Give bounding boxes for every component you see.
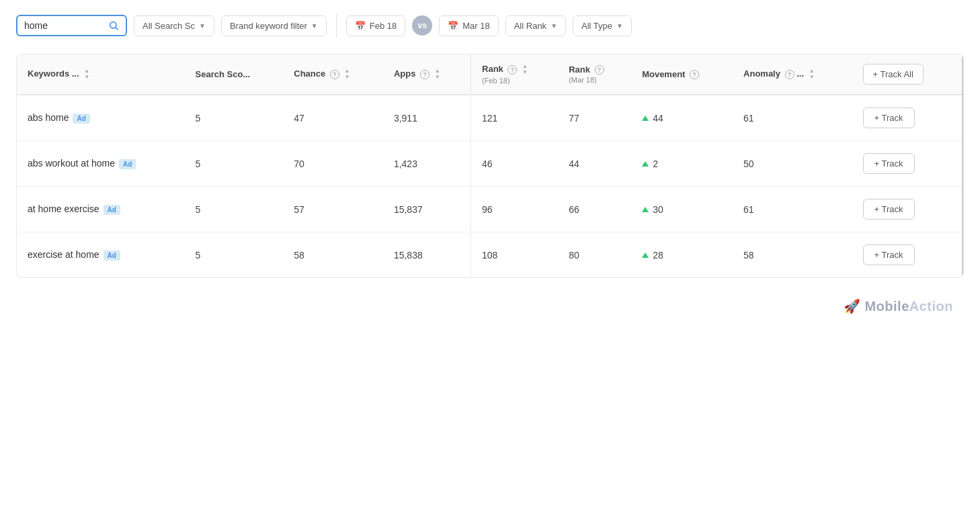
keyword-cell: at home exerciseAd (17, 187, 185, 232)
track-button[interactable]: + Track (863, 199, 915, 220)
movement-cell: 28 (631, 232, 733, 278)
chance-cell: 70 (283, 141, 383, 187)
track-all-button[interactable]: + Track All (863, 64, 924, 85)
chance-info-icon[interactable]: ? (330, 70, 339, 79)
anomaly-info-icon[interactable]: ? (785, 70, 794, 79)
apps-info-icon[interactable]: ? (420, 70, 430, 79)
chevron-down-icon: ▼ (616, 22, 623, 30)
table-row: abs workout at homeAd5701,4234644 2 50 +… (17, 141, 963, 187)
track-cell: + Track (852, 187, 963, 232)
rank-mar-cell: 44 (558, 141, 631, 187)
arrow-up-icon (642, 252, 649, 258)
chance-cell: 47 (283, 95, 383, 141)
track-all-label: + Track All (873, 69, 913, 79)
all-search-scope-dropdown[interactable]: All Search Sc ▼ (134, 15, 214, 36)
apps-cell: 15,837 (383, 187, 471, 232)
keyword-cell: abs homeAd (17, 95, 185, 141)
filter-bar: home All Search Sc ▼ Brand keyword filte… (16, 13, 964, 38)
sort-icon[interactable]: ▲▼ (809, 68, 815, 80)
sort-icon[interactable]: ▲▼ (344, 68, 350, 80)
ad-badge: Ad (104, 205, 120, 215)
arrow-up-icon (642, 207, 649, 212)
apps-cell: 15,838 (383, 232, 471, 278)
ad-badge: Ad (73, 113, 89, 124)
movement-cell: 2 (631, 141, 733, 187)
anomaly-cell: 61 (733, 95, 852, 141)
sort-icon[interactable]: ▲▼ (522, 64, 528, 75)
table-row: abs homeAd5473,91112177 44 61 + Track (17, 95, 963, 141)
track-button[interactable]: + Track (863, 107, 915, 128)
chevron-down-icon: ▼ (311, 22, 318, 30)
date2-picker[interactable]: 📅 Mar 18 (439, 15, 498, 36)
track-label: + Track (874, 113, 903, 123)
th-chance: Chance ? ▲▼ (283, 54, 383, 95)
movement-value: 44 (653, 113, 663, 124)
movement-value: 30 (653, 204, 663, 215)
search-score-cell: 5 (185, 187, 284, 232)
all-rank-dropdown[interactable]: All Rank ▼ (505, 15, 566, 36)
rank-feb-cell: 46 (471, 141, 559, 187)
keyword-cell: exercise at homeAd (17, 232, 185, 278)
svg-line-1 (116, 28, 118, 30)
table-row: at home exerciseAd55715,8379666 30 61 + … (17, 187, 963, 232)
rank-feb-info-icon[interactable]: ? (507, 65, 517, 75)
rank-feb-cell: 108 (471, 232, 559, 278)
search-box[interactable]: home (16, 15, 127, 36)
keywords-table: Keywords ... ▲▼ Search Sco... Chance ? ▲… (17, 54, 963, 277)
th-movement: Movement ? (631, 54, 733, 95)
brand-keyword-label: Brand keyword filter (230, 21, 307, 31)
all-search-scope-label: All Search Sc (142, 21, 195, 31)
anomaly-cell: 50 (733, 141, 852, 187)
brand-keyword-filter-dropdown[interactable]: Brand keyword filter ▼ (221, 15, 327, 36)
table-header-row: Keywords ... ▲▼ Search Sco... Chance ? ▲… (17, 54, 963, 95)
chance-cell: 58 (283, 232, 383, 278)
track-button[interactable]: + Track (863, 153, 915, 174)
search-input[interactable]: home (24, 20, 104, 31)
calendar-icon: 📅 (448, 21, 458, 31)
keyword-cell: abs workout at homeAd (17, 141, 185, 187)
arrow-up-icon (642, 116, 649, 121)
sort-icon[interactable]: ▲▼ (435, 68, 440, 80)
chance-cell: 57 (283, 187, 383, 232)
keyword-text: exercise at home (28, 249, 99, 260)
search-icon (108, 20, 119, 31)
track-label: + Track (874, 250, 903, 260)
track-cell: + Track (852, 232, 963, 278)
calendar-icon: 📅 (355, 21, 366, 31)
rank-mar-cell: 80 (558, 232, 631, 278)
rank-mar-cell: 66 (558, 187, 631, 232)
table-row: exercise at homeAd55815,83810880 28 58 +… (17, 232, 963, 278)
branding-footer: 🚀 MobileAction (16, 298, 964, 314)
chevron-down-icon: ▼ (550, 22, 557, 30)
ad-badge: Ad (119, 159, 136, 169)
th-rank-mar: Rank ? (Mar 18) (558, 54, 631, 95)
rocket-icon: 🚀 (844, 298, 860, 314)
data-table-wrapper: Keywords ... ▲▼ Search Sco... Chance ? ▲… (16, 54, 964, 278)
th-track-all: + Track All (852, 54, 963, 95)
search-score-cell: 5 (185, 232, 284, 278)
divider (336, 13, 337, 38)
track-button[interactable]: + Track (863, 244, 915, 265)
anomaly-cell: 61 (733, 187, 852, 232)
sort-icon[interactable]: ▲▼ (84, 68, 89, 80)
apps-cell: 1,423 (383, 141, 471, 187)
track-label: + Track (874, 204, 903, 214)
movement-value: 28 (653, 250, 663, 261)
date1-picker[interactable]: 📅 Feb 18 (346, 15, 405, 36)
apps-cell: 3,911 (383, 95, 471, 141)
ad-badge: Ad (104, 250, 120, 261)
th-anomaly: Anomaly ? ... ▲▼ (733, 54, 852, 95)
keyword-text: abs workout at home (28, 158, 115, 169)
track-cell: + Track (852, 95, 963, 141)
keyword-text: abs home (28, 112, 69, 123)
movement-info-icon[interactable]: ? (690, 70, 699, 79)
rank-feb-cell: 96 (471, 187, 559, 232)
date2-label: Mar 18 (462, 21, 489, 31)
rank-mar-cell: 77 (558, 95, 631, 141)
vs-badge: vs (412, 15, 432, 36)
rank-mar-info-icon[interactable]: ? (595, 65, 604, 75)
rank-feb-cell: 121 (471, 95, 559, 141)
all-type-dropdown[interactable]: All Type ▼ (573, 15, 632, 36)
date1-label: Feb 18 (370, 21, 397, 31)
anomaly-cell: 58 (733, 232, 852, 278)
